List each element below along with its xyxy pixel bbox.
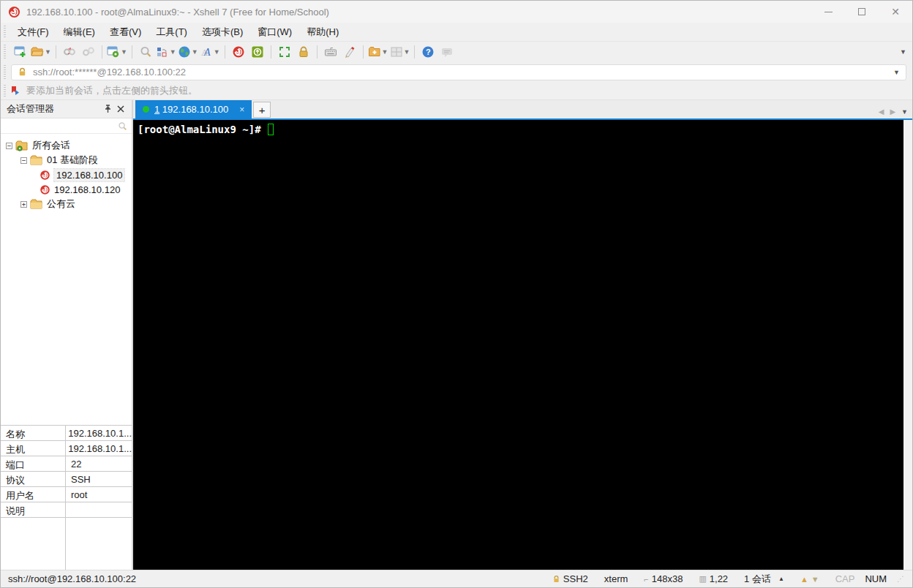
session-properties-dropdown[interactable]: ▼ [121, 48, 127, 56]
address-bar: ssh://root:******@192.168.10.100:22 ▼ [1, 62, 912, 82]
feedback-button[interactable] [438, 43, 456, 61]
tile-windows-button[interactable]: ▼ [390, 43, 410, 61]
session-manager-header: 会话管理器 [1, 100, 132, 118]
title-bar[interactable]: 192.168.10.100 - root@AlmaLinux9:~ - Xsh… [1, 1, 912, 23]
arrange-layout-icon [156, 45, 169, 59]
close-panel-button[interactable] [114, 102, 127, 116]
session-count-caret-icon[interactable]: ▲ [778, 576, 784, 582]
web-browser-icon [178, 45, 191, 59]
tab-list-caret[interactable]: ▼ [901, 108, 908, 116]
tile-windows-dropdown[interactable]: ▼ [404, 48, 410, 56]
fonts-button[interactable]: A A ▼ [200, 43, 220, 61]
virtual-keyboard-button[interactable] [322, 43, 339, 61]
terminal-scrollbar[interactable] [903, 120, 912, 570]
address-input[interactable]: ssh://root:******@192.168.10.100:22 ▼ [11, 64, 906, 80]
menu-help[interactable]: 帮助(H) [300, 23, 345, 41]
address-value: ssh://root:******@192.168.10.100:22 [33, 67, 186, 78]
info-text: 要添加当前会话，点击左侧的箭头按钮。 [26, 84, 198, 97]
terminal[interactable]: [root@AlmaLinux9 ~]# [133, 120, 903, 570]
window-title: 192.168.10.100 - root@AlmaLinux9:~ - Xsh… [26, 7, 329, 18]
property-row-description[interactable]: 说明 [1, 502, 132, 518]
scroll-up-icon[interactable]: ▲ [800, 575, 808, 584]
address-lock-icon [18, 67, 27, 77]
minimize-button[interactable] [811, 1, 845, 23]
help-button[interactable]: ? [419, 43, 437, 61]
info-gripper [4, 85, 6, 97]
tree-node-folder-cloud[interactable]: + 公有云 [1, 197, 132, 211]
pin-icon [104, 105, 112, 113]
xshell-window: 192.168.10.100 - root@AlmaLinux9:~ - Xsh… [0, 0, 913, 588]
menu-edit[interactable]: 编辑(E) [57, 23, 102, 41]
status-connection: ssh://root@192.168.10.100:22 [8, 573, 536, 584]
tab-session-active[interactable]: 1 192.168.10.100 × [135, 100, 252, 118]
tab-scroll-right-icon[interactable]: ▶ [890, 108, 895, 116]
menu-window[interactable]: 窗口(W) [251, 23, 298, 41]
collapse-icon[interactable]: − [20, 157, 27, 164]
menu-file[interactable]: 文件(F) [11, 23, 56, 41]
maximize-button[interactable] [845, 1, 879, 23]
new-session-button[interactable] [12, 43, 29, 61]
scroll-down-icon[interactable]: ▼ [811, 575, 819, 584]
web-browser-button[interactable]: ▼ [178, 43, 198, 61]
arrange-layout-button[interactable]: ▼ [156, 43, 176, 61]
tree-label[interactable]: 公有云 [47, 197, 75, 211]
resize-icon: ⌐ [644, 575, 648, 584]
menu-tabs[interactable]: 选项卡(B) [195, 23, 249, 41]
expand-icon[interactable]: + [20, 201, 27, 208]
xftp-icon [251, 45, 264, 59]
property-row-username[interactable]: 用户名 root [1, 487, 132, 502]
tree-node-session-120[interactable]: 192.168.10.120 [1, 182, 132, 197]
tree-label[interactable]: 192.168.10.100 [54, 169, 124, 181]
status-size-label: 148x38 [652, 573, 683, 584]
tree-node-folder-01[interactable]: − 01 基础阶段 [1, 153, 132, 167]
pin-panel-button[interactable] [101, 102, 114, 116]
open-folder-button[interactable]: ▼ [31, 43, 51, 61]
open-folder-dropdown[interactable]: ▼ [45, 48, 51, 56]
folder-gear-icon [15, 140, 29, 151]
lock-screen-button[interactable] [295, 43, 312, 61]
resize-grip-icon[interactable]: ⋰ [897, 575, 905, 583]
tab-close-icon[interactable]: × [239, 105, 244, 115]
property-row-protocol[interactable]: 协议 SSH [1, 472, 132, 487]
new-session-icon [14, 45, 27, 59]
reconnect-button[interactable] [80, 43, 97, 61]
compose-pen-button[interactable] [341, 43, 358, 61]
status-session-count[interactable]: 1 会话 ▲ [744, 573, 784, 586]
property-row-host[interactable]: 主机 192.168.10.1... [1, 441, 132, 456]
tab-scroll-left-icon[interactable]: ◀ [879, 108, 884, 116]
menu-view[interactable]: 查看(V) [103, 23, 148, 41]
tree-label[interactable]: 01 基础阶段 [47, 154, 98, 167]
collapse-icon[interactable]: − [6, 143, 12, 149]
new-tab-button[interactable]: + [253, 102, 271, 118]
status-terminal-type[interactable]: xterm [604, 573, 628, 584]
property-value: 192.168.10.1... [62, 441, 132, 456]
toolbar-overflow-caret[interactable]: ▼ [900, 48, 906, 56]
tree-node-session-100[interactable]: 192.168.10.100 [1, 167, 132, 182]
session-properties-button[interactable]: ▼ [107, 43, 127, 61]
tree-label[interactable]: 所有会话 [32, 139, 70, 152]
property-row-name[interactable]: 名称 192.168.10.1... [1, 426, 132, 441]
fonts-dropdown[interactable]: ▼ [214, 48, 220, 56]
xshell-button[interactable] [230, 43, 247, 61]
xftp-button[interactable] [249, 43, 266, 61]
status-terminal-size: ⌐ 148x38 [644, 573, 683, 584]
find-button[interactable] [137, 43, 154, 61]
session-search-input[interactable] [1, 118, 132, 134]
property-row-port[interactable]: 端口 22 [1, 456, 132, 472]
arrange-layout-dropdown[interactable]: ▼ [170, 48, 176, 56]
new-file-dropdown[interactable]: ▼ [382, 48, 388, 56]
fullscreen-icon [278, 45, 291, 59]
menu-tools[interactable]: 工具(T) [149, 23, 194, 41]
session-properties-icon [107, 45, 120, 59]
close-button[interactable]: ✕ [879, 1, 912, 23]
web-browser-dropdown[interactable]: ▼ [192, 48, 198, 56]
new-file-button[interactable]: ▼ [368, 43, 388, 61]
svg-text:A: A [203, 47, 211, 58]
fonts-icon: A A [200, 45, 213, 59]
address-dropdown-caret[interactable]: ▼ [893, 69, 900, 76]
tree-label[interactable]: 192.168.10.120 [54, 184, 120, 195]
tree-node-all-sessions[interactable]: − 所有会话 [1, 138, 132, 153]
address-gripper [4, 65, 6, 79]
fullscreen-button[interactable] [276, 43, 293, 61]
disconnect-button[interactable] [61, 43, 78, 61]
